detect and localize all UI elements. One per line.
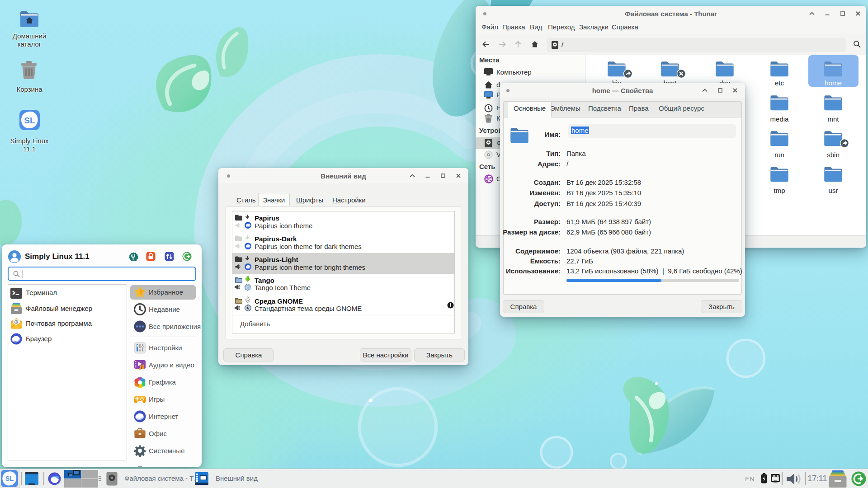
svg-text:SL: SL	[24, 116, 35, 125]
svg-text:SL: SL	[5, 475, 14, 482]
